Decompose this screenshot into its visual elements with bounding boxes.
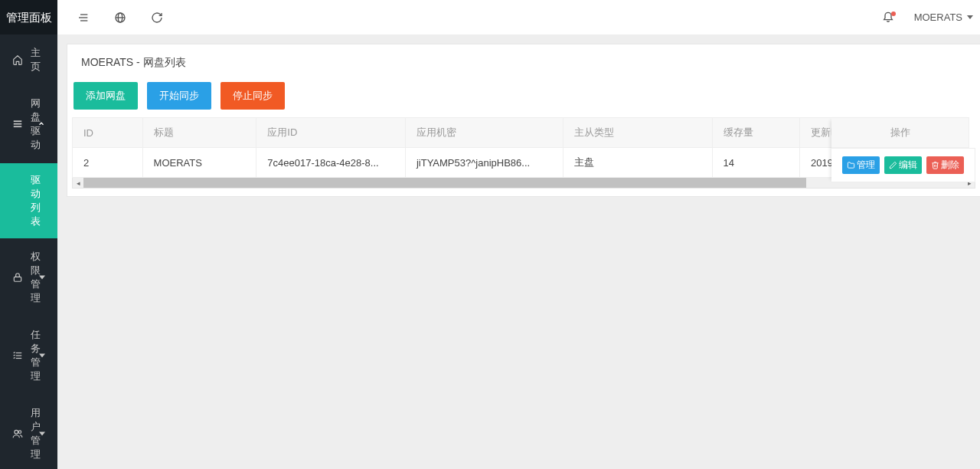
user-name: MOERATS (914, 11, 962, 23)
brand: 管理面板 (0, 0, 57, 34)
table-wrap: ID 标题 应用ID 应用机密 主从类型 缓存量 更新时间 (72, 117, 975, 189)
manage-button[interactable]: 管理 (842, 156, 880, 174)
cell-secret: jiTYAMP53?^janipHB86... (405, 148, 563, 178)
actions-cell: 管理 编辑 删除 (831, 148, 975, 182)
svg-point-8 (18, 431, 21, 434)
chevron-down-icon (39, 432, 45, 436)
delete-label: 删除 (941, 159, 959, 172)
sidebar-submenu-netdisk: 驱动列表 (0, 163, 57, 238)
notification-dot (891, 11, 896, 16)
scroll-thumb[interactable] (83, 178, 806, 188)
start-sync-button[interactable]: 开始同步 (147, 82, 211, 110)
col-appid: 应用ID (256, 118, 406, 148)
sidebar-item-drive-list[interactable]: 驱动列表 (0, 163, 57, 238)
svg-rect-3 (14, 277, 21, 281)
cell-cache: 14 (712, 148, 799, 178)
sidebar-item-home[interactable]: 主页 (0, 34, 57, 85)
home-icon (12, 54, 23, 65)
col-secret: 应用机密 (405, 118, 563, 148)
edit-label: 编辑 (899, 159, 917, 172)
sidebar-item-users[interactable]: 用户管理 (0, 395, 57, 469)
chevron-down-icon (39, 276, 45, 280)
col-type: 主从类型 (563, 118, 712, 148)
actions-column: 操作 管理 编辑 删除 (831, 117, 975, 182)
chevron-down-icon (967, 15, 973, 19)
svg-point-7 (15, 430, 18, 434)
main: MOERATS MOERATS - 网盘列表 添加网盘 开始同步 停止同步 (57, 0, 980, 469)
svg-rect-0 (14, 120, 22, 122)
col-cache: 缓存量 (712, 118, 799, 148)
cell-id: 2 (73, 148, 143, 178)
svg-rect-2 (14, 126, 22, 127)
svg-rect-1 (14, 123, 22, 125)
content: MOERATS - 网盘列表 添加网盘 开始同步 停止同步 ID 标题 (57, 34, 980, 206)
cell-title: MOERATS (142, 148, 256, 178)
delete-button[interactable]: 删除 (926, 156, 964, 174)
sidebar-item-netdisk[interactable]: 网盘驱动 (0, 85, 57, 163)
stop-sync-button[interactable]: 停止同步 (220, 82, 285, 110)
notifications-icon[interactable] (882, 10, 894, 25)
globe-icon[interactable] (111, 8, 129, 27)
toolbar: 添加网盘 开始同步 停止同步 (67, 82, 980, 117)
sidebar-item-tasks[interactable]: 任务管理 (0, 316, 57, 395)
sidebar: 管理面板 主页 网盘驱动 驱动列表 权限管理 任务管理 (0, 0, 57, 469)
tasks-icon (12, 350, 23, 361)
col-title: 标题 (142, 118, 256, 148)
manage-label: 管理 (857, 159, 875, 172)
list-icon (12, 119, 23, 130)
refresh-icon[interactable] (148, 8, 166, 27)
trash-icon (931, 161, 939, 169)
sidebar-item-label: 驱动列表 (31, 173, 45, 228)
users-icon (12, 428, 23, 439)
menu-toggle-icon[interactable] (74, 8, 93, 27)
chevron-down-icon (39, 354, 45, 358)
cell-appid: 7c4ee017-18ca-4e28-8... (256, 148, 406, 178)
edit-button[interactable]: 编辑 (884, 156, 922, 174)
folder-icon (847, 161, 855, 169)
pencil-icon (889, 161, 897, 169)
scroll-left-icon[interactable]: ◂ (73, 178, 83, 188)
panel-card: MOERATS - 网盘列表 添加网盘 开始同步 停止同步 ID 标题 (67, 44, 980, 197)
col-id: ID (73, 118, 143, 148)
add-drive-button[interactable]: 添加网盘 (74, 82, 138, 110)
panel-title: MOERATS - 网盘列表 (67, 44, 980, 82)
chevron-up-icon (38, 119, 45, 130)
sidebar-item-label: 主页 (31, 46, 45, 74)
cell-type: 主盘 (563, 148, 712, 178)
sidebar-item-permissions[interactable]: 权限管理 (0, 238, 57, 316)
lock-icon (12, 272, 23, 283)
topbar: MOERATS (57, 0, 980, 34)
user-menu[interactable]: MOERATS (914, 11, 973, 23)
col-actions: 操作 (831, 117, 969, 148)
